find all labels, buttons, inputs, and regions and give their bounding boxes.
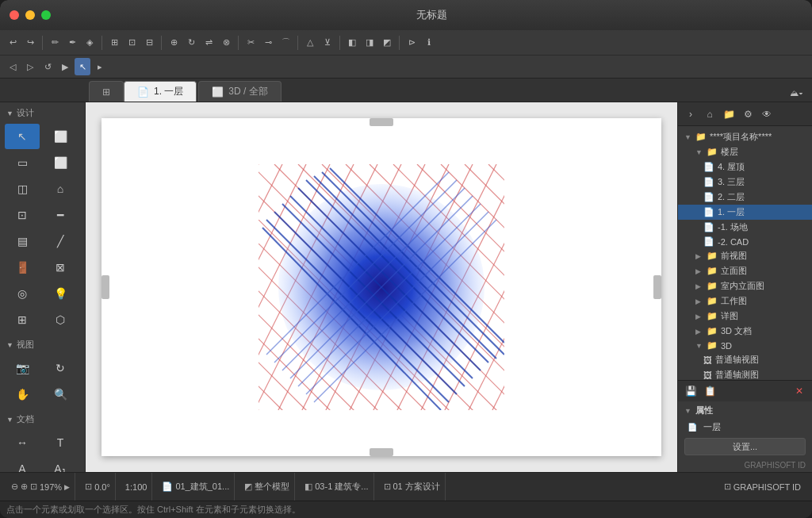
tree-item-xiangtu[interactable]: ▶ 📁 详图 [678, 309, 812, 324]
move-btn[interactable]: ⊕ [166, 34, 182, 52]
attr-copy-btn[interactable]: 📋 [702, 383, 718, 399]
tree-item-3d[interactable]: ▼ 📁 3D [678, 339, 812, 352]
grid-tool[interactable]: ⊞ [5, 307, 40, 332]
attr-save-btn[interactable]: 💾 [683, 383, 699, 399]
slab-tool[interactable]: ◫ [5, 176, 40, 201]
bottom-scroll-handle[interactable] [370, 448, 393, 456]
zoom-fit-icon[interactable]: ⊡ [30, 482, 37, 492]
tree-item-floor3[interactable]: 📄 3. 三层 [678, 175, 812, 190]
next-btn[interactable]: ▷ [22, 58, 38, 75]
render-btn[interactable]: ◩ [379, 34, 395, 52]
status-file[interactable]: 📄 01_建筑_01... [157, 473, 235, 501]
tree-item-limimgtu[interactable]: ▶ 📁 立面图 [678, 263, 812, 278]
pencil-button[interactable]: ✏ [47, 34, 63, 52]
tree-item-floorb1[interactable]: 📄 -1. 场地 [678, 220, 812, 235]
tree-item-qianligtu[interactable]: ▶ 📁 前视图 [678, 248, 812, 263]
measure-btn[interactable]: ⊳ [404, 34, 419, 52]
tree-item-floorcad[interactable]: 📄 -2. CAD [678, 235, 812, 248]
layer-btn[interactable]: ◧ [344, 34, 360, 52]
attr-settings-button[interactable]: 设置... [684, 438, 806, 455]
right-scroll-handle[interactable] [653, 275, 661, 299]
scale-btn[interactable]: ⊗ [218, 34, 234, 52]
roof-tool[interactable]: ⌂ [43, 176, 78, 201]
ramp-tool[interactable]: ╱ [43, 228, 78, 254]
split-btn[interactable]: ⊸ [260, 34, 276, 52]
tree-item-floor2[interactable]: 📄 2. 二层 [678, 190, 812, 205]
label-tool[interactable]: A [5, 456, 40, 472]
rp-home-btn[interactable]: ⌂ [702, 106, 718, 122]
tree-item-3dview1[interactable]: 🖼 普通轴视图 [678, 352, 812, 367]
tree-root[interactable]: ▼ 📁 ****项目名称**** [678, 129, 812, 144]
detail-tool[interactable]: A₁ [43, 456, 78, 472]
mirror-btn[interactable]: ⇌ [201, 34, 216, 52]
align-btn[interactable]: △ [302, 34, 318, 52]
rp-folder-btn[interactable]: 📁 [721, 106, 737, 122]
cursor-btn[interactable]: ↖ [75, 58, 90, 75]
info-btn[interactable]: ℹ [421, 34, 437, 52]
wall-tool[interactable]: ▭ [5, 150, 40, 175]
left-scroll-handle[interactable] [102, 275, 109, 299]
trim-btn[interactable]: ✂ [243, 34, 259, 52]
column-tool[interactable]: ⊡ [5, 202, 40, 228]
fillet-btn[interactable]: ⌒ [278, 34, 293, 52]
beam-tool[interactable]: ━ [43, 202, 78, 228]
prev-btn[interactable]: ◁ [5, 58, 21, 75]
attr-close-btn[interactable]: ✕ [791, 383, 807, 399]
doc-arrow[interactable]: ▼ [6, 416, 13, 424]
play-btn[interactable]: ▶ [57, 58, 73, 75]
rotate-btn[interactable]: ↻ [183, 34, 199, 52]
undo-button[interactable]: ↩ [5, 34, 21, 52]
tree-item-louban[interactable]: ▼ 📁 楼层 [678, 144, 812, 159]
guide-btn[interactable]: ⊟ [141, 34, 157, 52]
zoom-in-icon[interactable]: ⊕ [21, 482, 28, 492]
tree-item-3ddoc[interactable]: ▶ 📁 3D 文档 [678, 324, 812, 339]
stair-tool[interactable]: ▤ [5, 228, 40, 254]
tree-item-3dview2[interactable]: 🖼 普通轴测图 [678, 367, 812, 380]
tab-grid[interactable]: ⊞ [89, 81, 124, 102]
status-model[interactable]: ◩ 整个模型 [239, 473, 295, 501]
more-btn[interactable]: ▸ [92, 58, 108, 75]
zoom-arrow[interactable]: ▶ [64, 483, 70, 491]
canvas-area[interactable] [86, 102, 677, 472]
lamp-tool[interactable]: 💡 [43, 281, 78, 306]
zoom-tool[interactable]: 🔍 [43, 382, 78, 407]
tab-3d[interactable]: ⬜ 3D / 全部 [198, 81, 281, 102]
orbit-tool[interactable]: ↻ [43, 355, 78, 381]
tree-item-shineiligtu[interactable]: ▶ 📁 室内立面图 [678, 278, 812, 294]
redo-button[interactable]: ↪ [22, 34, 38, 52]
curtain-tool[interactable]: ⬜ [43, 150, 78, 175]
window-tool[interactable]: ⊠ [43, 255, 78, 280]
tree-item-floor1[interactable]: 📄 1. 一层 [678, 205, 812, 220]
tree-item-roof4[interactable]: 📄 4. 屋顶 [678, 159, 812, 175]
close-button[interactable] [10, 10, 19, 20]
zoom-back-icon[interactable]: ⊖ [11, 482, 18, 492]
minimize-button[interactable] [25, 10, 35, 20]
rp-settings-btn[interactable]: ⚙ [740, 106, 756, 122]
dim-tool[interactable]: ↔ [5, 430, 40, 455]
top-scroll-handle[interactable] [370, 118, 393, 126]
maximize-button[interactable] [41, 10, 51, 20]
camera-tool[interactable]: 📷 [5, 355, 40, 381]
rp-nav-btn[interactable]: › [683, 106, 699, 122]
pan-tool[interactable]: ✋ [5, 382, 40, 407]
view-arrow[interactable]: ▼ [6, 341, 13, 349]
status-specialty[interactable]: ◧ 03-1 建筑专... [300, 473, 373, 501]
refresh-btn[interactable]: ↺ [40, 58, 56, 75]
tab-floor1[interactable]: 📄 1. 一层 [124, 81, 197, 102]
view-options-btn[interactable]: ⛰▾ [787, 84, 806, 102]
zone-tool[interactable]: ⬡ [43, 307, 78, 332]
snap-btn[interactable]: ⊡ [124, 34, 140, 52]
door-tool[interactable]: 🚪 [5, 255, 40, 280]
marquee-tool[interactable]: ⬜ [43, 124, 78, 149]
text-tool[interactable]: T [43, 430, 78, 455]
pen-button[interactable]: ✒ [64, 34, 80, 52]
select-tool[interactable]: ↖ [5, 124, 40, 149]
object-tool[interactable]: ◎ [5, 281, 40, 306]
distribute-btn[interactable]: ⊻ [320, 34, 335, 52]
view-btn[interactable]: ◨ [362, 34, 377, 52]
magic-button[interactable]: ◈ [82, 34, 98, 52]
design-arrow[interactable]: ▼ [6, 109, 13, 117]
grid-btn[interactable]: ⊞ [106, 34, 122, 52]
status-scheme[interactable]: ⊡ 01 方案设计 [379, 473, 446, 501]
tree-item-gongzuotu[interactable]: ▶ 📁 工作图 [678, 294, 812, 309]
